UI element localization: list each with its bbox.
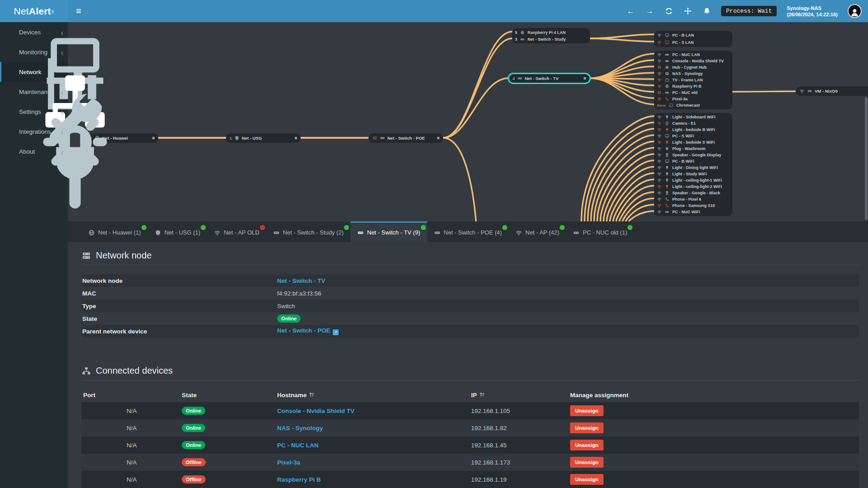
hub-icon	[665, 65, 670, 70]
node-net-switch-tv-selected[interactable]: 4 Net - Switch - TV	[508, 73, 591, 84]
connected-devices-table: Port State Hostname IP Manage assignment…	[81, 388, 859, 488]
hostname-link[interactable]: Raspberry Pi B	[277, 476, 471, 483]
node-pc-s-lan[interactable]: PC - S LAN	[657, 39, 730, 46]
column-ip[interactable]: IP	[471, 392, 570, 399]
node-label: PC - NUC LAN	[672, 52, 700, 57]
node-light-dining[interactable]: Light - Dining light WiFi	[657, 164, 730, 171]
main-area: Net - Huawei 1 Net - USG Net - Switch - …	[68, 22, 868, 488]
hostname-link[interactable]: PC - NUC LAN	[277, 442, 471, 449]
unassign-button[interactable]: Unassign	[570, 405, 604, 416]
node-pc-nuc-old[interactable]: PC - NUC old	[657, 89, 730, 96]
tab-pc-nuc-old[interactable]: PC - NUC old (1)	[566, 221, 634, 242]
node-chromecast[interactable]: None Chromecast	[657, 102, 730, 108]
process-status-badge[interactable]: Process: Wait	[721, 6, 777, 16]
cell-ip: 192.168.1.105	[471, 408, 570, 414]
node-handle[interactable]	[152, 137, 155, 139]
node-group-tv-children[interactable]: PC - NUC LAN Console - Nvidia Shield TV …	[654, 51, 732, 109]
node-pc-nuc-wifi[interactable]: PC - NUC WiFi	[657, 209, 730, 215]
node-group-study[interactable]: 5 Raspberry Pi 4 LAN 3 Net - Switch - St…	[512, 28, 590, 43]
wifi-icon	[657, 71, 662, 76]
tab-net-switch-study[interactable]: Net - Switch - Study (2)	[266, 221, 350, 242]
detail-row-network-node: Network node Net - Switch - TV	[81, 274, 859, 287]
unassign-button[interactable]: Unassign	[570, 457, 604, 468]
node-raspberry-pi-b[interactable]: Raspberry Pi B	[657, 83, 730, 89]
column-hostname[interactable]: Hostname	[277, 392, 471, 399]
node-light-sideboard[interactable]: Light - Sideboard WiFi	[657, 114, 730, 120]
chevron-left-icon: ‹	[61, 47, 63, 57]
diagram-scrollbar[interactable]	[865, 97, 868, 220]
node-speaker-google-black[interactable]: Speaker - Google - Black	[657, 190, 730, 196]
sort-icon[interactable]	[479, 392, 485, 397]
node-tv-frame-lan[interactable]: TV - Frame LAN	[657, 77, 730, 83]
unassign-button[interactable]: Unassign	[570, 440, 604, 450]
network-node-link[interactable]: Net - Switch - TV	[277, 277, 859, 284]
node-group-wifi-devices[interactable]: Light - Sideboard WiFi Camera - E1 Light…	[654, 113, 732, 216]
back-arrow-icon[interactable]: ←	[626, 7, 635, 16]
host-timestamp: (26/06/2024, 14:22:16)	[787, 11, 838, 18]
tab-net-ap[interactable]: Net - AP (42)	[509, 221, 566, 242]
hostname-link[interactable]: Pixel-3a	[277, 459, 471, 466]
node-handle[interactable]	[584, 77, 586, 80]
tab-net-huawei[interactable]: Net - Huawei (1)	[81, 221, 148, 242]
node-phone-samsung-s10[interactable]: Phone - Samsung S10	[657, 202, 730, 209]
nuc-icon	[665, 52, 670, 57]
node-pixel-3a[interactable]: Pixel-3a	[657, 96, 730, 102]
node-phone-pixel-6[interactable]: Phone - Pixel 6	[657, 196, 730, 202]
node-label: PC - S LAN	[672, 40, 694, 45]
bell-icon[interactable]	[702, 7, 711, 16]
tab-net-ap-old[interactable]: Net - AP OLD	[207, 221, 266, 242]
node-hub-cygnet[interactable]: Hub - Cygnet Hub	[657, 64, 730, 70]
node-speaker-google-display[interactable]: Speaker - Google Display	[657, 152, 730, 158]
tab-label: Net - Switch - TV (9)	[367, 229, 420, 236]
node-net-usg[interactable]: 1 Net - USG	[226, 133, 301, 143]
node-nas-synology[interactable]: NAS - Synology	[657, 70, 730, 77]
unassign-button[interactable]: Unassign	[570, 474, 604, 485]
phone-icon	[665, 197, 670, 202]
parent-node-link[interactable]: Net - Switch - POE	[277, 327, 330, 334]
node-handle[interactable]	[437, 137, 439, 139]
sort-icon[interactable]	[309, 392, 315, 397]
tab-net-switch-poe[interactable]: Net - Switch - POE (4)	[427, 221, 509, 242]
wifi-icon	[657, 97, 662, 101]
sidebar-item-devices[interactable]: Devices ‹	[0, 22, 68, 42]
unassign-button[interactable]: Unassign	[570, 422, 604, 433]
gear-icon	[7, 108, 15, 116]
node-pc-b-wifi[interactable]: PC - B WiFi	[657, 158, 730, 164]
node-pc-nuc-lan[interactable]: PC - NUC LAN	[657, 52, 730, 58]
avatar[interactable]	[848, 4, 862, 18]
node-plug-washroom[interactable]: Plug - Washroom	[657, 145, 730, 152]
node-pc-s-wifi[interactable]: PC - S WiFi	[657, 133, 730, 139]
node-light-ceiling-2[interactable]: Light - ceiling-light-2 WiFi	[657, 183, 730, 190]
tab-net-switch-tv[interactable]: Net - Switch - TV (9)	[350, 221, 427, 242]
hostname-link[interactable]: NAS - Synology	[277, 425, 471, 432]
tab-net-usg[interactable]: Net - USG (1)	[148, 221, 207, 242]
node-handle[interactable]	[295, 137, 297, 139]
node-console-nvidia-shield[interactable]: Console - Nvidia Shield TV	[657, 58, 730, 64]
node-light-study[interactable]: Light - Study WiFi	[657, 171, 730, 177]
node-light-bedside-s[interactable]: Light - bedside S WiFi	[657, 139, 730, 145]
refresh-icon[interactable]	[664, 7, 673, 16]
hostname-link[interactable]: Console - Nvidia Shield TV	[277, 408, 471, 414]
node-net-switch-study[interactable]: 3 Net - Switch - Study	[515, 36, 587, 42]
status-badge: Online	[182, 441, 205, 449]
hub-icon	[372, 136, 377, 141]
node-net-switch-poe[interactable]: Net - Switch - POE	[368, 133, 443, 143]
node-camera-e1[interactable]: Camera - E1	[657, 120, 730, 127]
external-link-icon[interactable]: ↗	[333, 329, 339, 335]
node-group-study-children[interactable]: PC - B LAN PC - S LAN	[654, 31, 732, 47]
node-pc-b-lan[interactable]: PC - B LAN	[657, 32, 730, 39]
camera-icon	[665, 121, 670, 126]
monitor-icon	[665, 134, 670, 138]
node-light-ceiling-1[interactable]: Light - ceiling-light-1 WiFi	[657, 177, 730, 183]
network-topology-diagram[interactable]: Net - Huawei 1 Net - USG Net - Switch - …	[68, 22, 868, 221]
node-light-bedside-b[interactable]: Light - bedside B WiFi	[657, 127, 730, 133]
status-dot-red	[260, 225, 265, 230]
move-icon[interactable]	[683, 7, 692, 16]
node-raspberry-pi4-lan[interactable]: 5 Raspberry Pi 4 LAN	[515, 29, 587, 36]
hamburger-menu-icon[interactable]: ≡	[68, 6, 90, 16]
forward-arrow-icon[interactable]: →	[645, 7, 654, 16]
node-vm-nixos[interactable]: VM - NixOS	[796, 86, 868, 96]
column-state: State	[182, 392, 277, 399]
status-dot-green	[142, 225, 146, 230]
app-logo[interactable]: NetAlertx	[0, 0, 68, 22]
